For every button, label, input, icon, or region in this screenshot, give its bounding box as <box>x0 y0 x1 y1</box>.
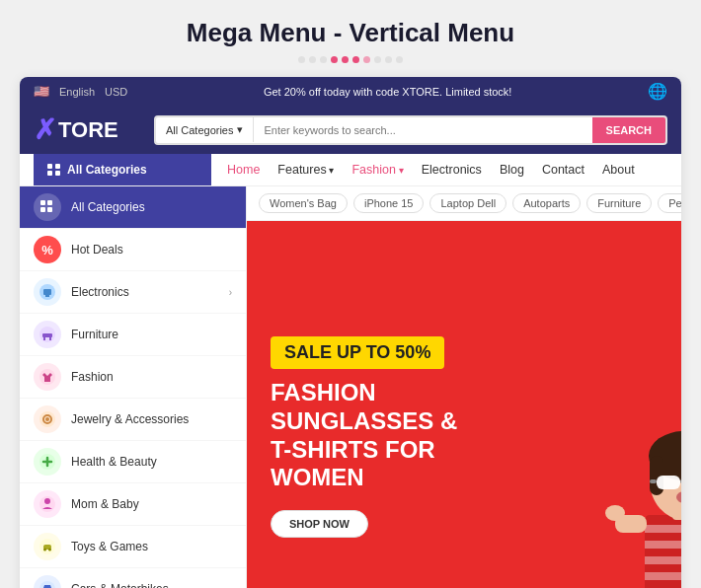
nav-links: Home Features Fashion Electronics Blog C… <box>211 163 651 177</box>
banner-headline: FASHION SUNGLASSES & T-SHIRTS FOR WOMEN <box>271 379 533 492</box>
svg-point-20 <box>43 549 46 551</box>
sidebar-all-categories-label: All Categories <box>71 200 145 214</box>
jewelry-icon <box>34 405 61 433</box>
svg-point-50 <box>605 505 625 521</box>
nav-about[interactable]: About <box>602 163 635 177</box>
sidebar-item-all-categories[interactable]: All Categories <box>20 186 246 229</box>
language-selector[interactable]: English <box>59 86 95 98</box>
top-bar: 🇺🇸 English USD Get 20% off today with co… <box>20 77 681 106</box>
nav-contact[interactable]: Contact <box>542 163 584 177</box>
cars-icon <box>34 575 61 588</box>
sidebar-item-cars[interactable]: Cars & Motorbikes <box>20 568 246 588</box>
currency-selector[interactable]: USD <box>105 86 127 98</box>
all-categories-button[interactable]: All Categories <box>34 154 211 185</box>
logo-text: TORE <box>58 117 118 143</box>
sidebar-item-furniture[interactable]: Furniture <box>20 314 246 356</box>
svg-rect-8 <box>42 333 52 337</box>
quick-tag-womens-bag[interactable]: Women's Bag <box>259 193 348 213</box>
quick-tag-perfume[interactable]: Perfume <box>658 193 681 213</box>
sidebar-item-hot-deals[interactable]: % Hot Deals <box>20 229 246 271</box>
svg-rect-5 <box>43 289 51 295</box>
logo[interactable]: ✗ TORE <box>34 113 142 146</box>
search-button[interactable]: SEARCH <box>592 117 665 143</box>
svg-rect-42 <box>650 456 663 495</box>
search-input[interactable] <box>254 118 591 142</box>
sidebar-item-jewelry[interactable]: Jewelry & Accessories <box>20 399 246 441</box>
globe-icon[interactable]: 🌐 <box>648 82 667 101</box>
promo-text: Get 20% off today with code XTORE. Limit… <box>264 86 512 98</box>
sidebar-item-mom[interactable]: Mom & Baby <box>20 483 246 526</box>
all-categories-label: All Categories <box>67 163 147 177</box>
banner-headline-line1: FASHION SUNGLASSES & <box>271 379 457 434</box>
hero-banner: SALE UP TO 50% FASHION SUNGLASSES & T-SH… <box>247 221 681 588</box>
svg-rect-3 <box>47 207 52 212</box>
nav-home[interactable]: Home <box>227 163 260 177</box>
search-category-dropdown[interactable]: All Categories ▾ <box>156 117 254 142</box>
svg-rect-33 <box>645 556 681 564</box>
sale-badge: SALE UP TO 50% <box>271 336 444 369</box>
grid-icon <box>34 193 61 221</box>
svg-rect-47 <box>650 479 657 483</box>
flag-icon: 🇺🇸 <box>34 84 49 99</box>
grid-icon <box>47 164 61 176</box>
sidebar-electronics-label: Electronics <box>71 285 129 299</box>
sidebar-mom-label: Mom & Baby <box>71 497 139 511</box>
shop-now-button[interactable]: SHOP NOW <box>271 510 368 538</box>
sidebar-cars-label: Cars & Motorbikes <box>71 582 169 588</box>
svg-rect-2 <box>40 207 45 212</box>
svg-point-21 <box>48 549 51 551</box>
svg-rect-44 <box>657 476 680 489</box>
page-title: Mega Menu - Vertical Menu <box>20 18 681 48</box>
sidebar-item-health[interactable]: Health & Beauty <box>20 441 246 483</box>
sidebar-jewelry-label: Jewelry & Accessories <box>71 412 189 426</box>
sidebar-arrow-icon: › <box>229 287 232 298</box>
furniture-icon <box>34 321 61 348</box>
svg-rect-1 <box>47 200 52 205</box>
store-container: 🇺🇸 English USD Get 20% off today with co… <box>20 77 681 588</box>
fashion-icon <box>34 363 61 391</box>
sidebar-item-toys[interactable]: Toys & Games <box>20 526 246 568</box>
svg-rect-0 <box>40 200 45 205</box>
sidebar-health-label: Health & Beauty <box>71 455 157 469</box>
sidebar-furniture-label: Furniture <box>71 328 118 341</box>
hot-deals-icon: % <box>34 236 61 263</box>
health-icon <box>34 448 61 476</box>
search-bar: All Categories ▾ SEARCH <box>154 115 667 145</box>
nav-electronics[interactable]: Electronics <box>422 163 482 177</box>
banner-headline-line2: T-SHIRTS FOR WOMEN <box>271 436 435 491</box>
svg-rect-6 <box>45 295 49 297</box>
logo-x: ✗ <box>34 113 56 146</box>
banner-image <box>557 221 681 588</box>
nav-bar: All Categories Home Features Fashion Ele… <box>20 154 681 186</box>
banner-text: SALE UP TO 50% FASHION SUNGLASSES & T-SH… <box>247 221 557 588</box>
svg-point-17 <box>44 498 50 504</box>
nav-fashion[interactable]: Fashion <box>351 163 403 177</box>
quick-tag-autoparts[interactable]: Autoparts <box>512 193 581 213</box>
nav-features[interactable]: Features <box>277 163 334 177</box>
mom-icon <box>34 490 61 518</box>
sidebar-item-fashion[interactable]: Fashion <box>20 356 246 399</box>
toys-icon <box>34 533 61 560</box>
woman-svg <box>585 377 681 588</box>
search-category-label: All Categories <box>166 124 233 136</box>
top-bar-left: 🇺🇸 English USD <box>34 84 127 99</box>
svg-point-14 <box>45 417 49 421</box>
dropdown-arrow-icon: ▾ <box>237 123 243 136</box>
electronics-icon <box>34 278 61 306</box>
sidebar: All Categories % Hot Deals Electronics <box>20 186 247 588</box>
decorative-dots <box>20 56 681 63</box>
svg-rect-32 <box>645 541 681 549</box>
quick-tag-iphone[interactable]: iPhone 15 <box>353 193 425 213</box>
nav-blog[interactable]: Blog <box>500 163 524 177</box>
main-content: All Categories % Hot Deals Electronics <box>20 186 681 588</box>
quick-tag-laptop[interactable]: Laptop Dell <box>429 193 506 213</box>
sidebar-hot-deals-label: Hot Deals <box>71 243 123 257</box>
svg-rect-10 <box>49 337 51 340</box>
sidebar-item-electronics[interactable]: Electronics › <box>20 271 246 314</box>
svg-rect-9 <box>43 337 45 340</box>
sidebar-toys-label: Toys & Games <box>71 540 148 553</box>
quick-tag-furniture[interactable]: Furniture <box>586 193 652 213</box>
banner-area: Women's Bag iPhone 15 Laptop Dell Autopa… <box>247 186 681 588</box>
svg-rect-34 <box>645 572 681 580</box>
sidebar-fashion-label: Fashion <box>71 370 114 384</box>
